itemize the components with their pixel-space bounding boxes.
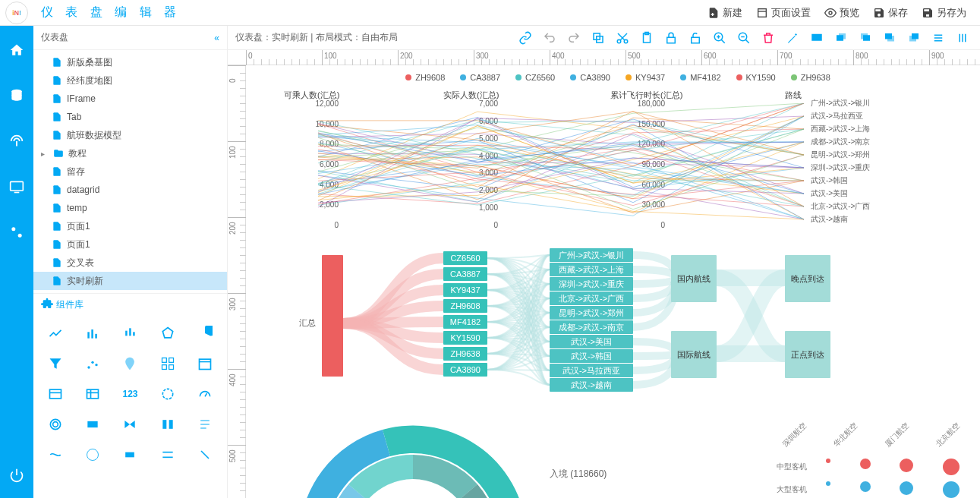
rail-home-icon[interactable] bbox=[8, 41, 26, 59]
save-button[interactable]: 保存 bbox=[873, 6, 908, 20]
tree-item[interactable]: 航班数据模型 bbox=[33, 126, 227, 144]
tb-layer3-icon[interactable] bbox=[883, 31, 896, 45]
file-icon bbox=[52, 166, 62, 177]
file-icon bbox=[52, 57, 62, 68]
comp-funnel-icon[interactable] bbox=[36, 351, 74, 377]
tree-item[interactable]: 新版桑基图 bbox=[33, 53, 227, 71]
tb-redo-icon[interactable] bbox=[567, 31, 581, 45]
eye-icon bbox=[824, 7, 837, 19]
comp-table-b-icon[interactable] bbox=[74, 381, 111, 407]
comp-x1-icon[interactable] bbox=[74, 442, 111, 468]
bubble-chart: 深圳航空华北航空厦门航空北京航空中型客机大型客机 bbox=[769, 430, 974, 498]
rail-dashboard-icon[interactable] bbox=[8, 132, 26, 150]
tree-item[interactable]: Tab bbox=[33, 108, 227, 126]
tb-align-icon[interactable] bbox=[931, 31, 945, 45]
tb-cols-icon[interactable] bbox=[956, 31, 969, 45]
tree-item[interactable]: ▸教程 bbox=[33, 144, 227, 162]
rail-screen-icon[interactable] bbox=[8, 178, 26, 196]
page-settings-button[interactable]: 页面设置 bbox=[756, 6, 811, 20]
tb-undo-icon[interactable] bbox=[543, 31, 556, 45]
comp-gauge-b-icon[interactable] bbox=[187, 381, 224, 407]
tree-item[interactable]: 页面1 bbox=[33, 217, 227, 235]
preview-button[interactable]: 预览 bbox=[824, 6, 859, 20]
tb-paste-icon[interactable] bbox=[640, 31, 654, 45]
tb-layer1-icon[interactable] bbox=[834, 31, 848, 45]
comp-pie-icon[interactable] bbox=[187, 320, 224, 346]
tb-layer4-icon[interactable] bbox=[907, 31, 921, 45]
svg-rect-13 bbox=[134, 332, 136, 336]
save-as-button[interactable]: 另存为 bbox=[922, 6, 966, 20]
comp-grid-icon[interactable] bbox=[149, 351, 186, 377]
svg-rect-11 bbox=[126, 331, 128, 336]
comp-x2-icon[interactable] bbox=[112, 442, 149, 468]
comp-link-icon[interactable] bbox=[36, 442, 74, 468]
comp-scatter-icon[interactable] bbox=[74, 351, 111, 377]
comp-split-icon[interactable] bbox=[149, 411, 186, 437]
rail-power-icon[interactable] bbox=[8, 466, 26, 484]
sankey-flight-node: ZH9638 bbox=[443, 347, 487, 361]
sankey-arrival-node: 晚点到达 bbox=[785, 255, 830, 302]
tree-item[interactable]: 页面1 bbox=[33, 235, 227, 254]
tb-screen-icon[interactable] bbox=[810, 31, 824, 45]
app-title: 仪 表 盘 编 辑 器 bbox=[41, 5, 181, 20]
tree-item[interactable]: 交叉表 bbox=[33, 254, 227, 272]
tree-item[interactable]: 实时刷新 bbox=[33, 272, 227, 290]
tree-item[interactable]: 留存 bbox=[33, 162, 227, 181]
comp-radar-icon[interactable] bbox=[149, 320, 186, 346]
legend-item[interactable]: CA3887 bbox=[460, 73, 500, 82]
tb-lock-icon[interactable] bbox=[664, 31, 678, 45]
tree-item[interactable]: temp bbox=[33, 199, 227, 217]
legend-item[interactable]: ZH9638 bbox=[791, 73, 830, 82]
svg-line-59 bbox=[745, 39, 749, 43]
app-logo: iN! bbox=[0, 0, 33, 26]
legend-item[interactable]: KY1590 bbox=[736, 73, 776, 82]
tb-cut-icon[interactable] bbox=[616, 31, 629, 45]
svg-point-15 bbox=[87, 366, 90, 368]
legend-item[interactable]: ZH9608 bbox=[405, 73, 445, 82]
new-button[interactable]: 新建 bbox=[707, 6, 742, 20]
comp-candle-icon[interactable] bbox=[112, 320, 149, 346]
comp-map-icon[interactable] bbox=[112, 351, 149, 377]
tb-copy-icon[interactable] bbox=[591, 31, 605, 45]
comp-bar-chart-icon[interactable] bbox=[74, 320, 111, 346]
comp-target-icon[interactable] bbox=[36, 411, 74, 437]
tb-layer2-icon[interactable] bbox=[859, 31, 872, 45]
comp-table-a-icon[interactable] bbox=[36, 381, 74, 407]
svg-rect-61 bbox=[811, 33, 822, 40]
comp-calendar-icon[interactable] bbox=[187, 351, 224, 377]
legend-item[interactable]: KY9437 bbox=[625, 73, 665, 82]
comp-line-chart-icon[interactable] bbox=[36, 320, 74, 346]
save-as-icon bbox=[922, 7, 934, 19]
comp-rect-icon[interactable] bbox=[74, 411, 111, 437]
tb-zoomin-icon[interactable] bbox=[713, 31, 726, 45]
dashboard-tree: 新版桑基图经纬度地图IFrameTab航班数据模型▸教程留存datagridte… bbox=[33, 50, 227, 293]
canvas-content[interactable]: ZH9608CA3887CZ6560CA3890KY9437MF4182KY15… bbox=[246, 65, 980, 498]
sankey-route-node: 昆明->武汉->郑州 bbox=[550, 306, 633, 320]
svg-point-17 bbox=[95, 364, 97, 366]
legend-item[interactable]: CZ6560 bbox=[515, 73, 555, 82]
svg-rect-67 bbox=[887, 36, 894, 42]
tree-item[interactable]: IFrame bbox=[33, 90, 227, 108]
legend-item[interactable]: MF4182 bbox=[680, 73, 720, 82]
tb-delete-icon[interactable] bbox=[761, 31, 775, 45]
comp-gauge-a-icon[interactable] bbox=[149, 381, 186, 407]
rail-data-icon[interactable] bbox=[8, 87, 26, 105]
tree-item[interactable]: datagrid bbox=[33, 181, 227, 199]
tb-link-icon[interactable] bbox=[518, 31, 532, 45]
sankey-flight-node: KY9437 bbox=[443, 283, 487, 297]
tb-unlock-icon[interactable] bbox=[689, 31, 702, 45]
comp-text-icon[interactable] bbox=[187, 411, 224, 437]
tb-zoomout-icon[interactable] bbox=[737, 31, 751, 45]
svg-rect-40 bbox=[126, 452, 135, 458]
legend-item[interactable]: CA3890 bbox=[570, 73, 610, 82]
comp-bowtie-icon[interactable] bbox=[112, 411, 149, 437]
comp-x4-icon[interactable] bbox=[187, 442, 224, 468]
comp-x3-icon[interactable] bbox=[149, 442, 186, 468]
collapse-sidebar-icon[interactable]: « bbox=[214, 33, 219, 43]
sankey-group-node: 国际航线 bbox=[671, 331, 717, 378]
tb-brush-icon[interactable] bbox=[786, 31, 799, 45]
comp-number-icon[interactable]: 123 bbox=[112, 381, 149, 407]
rail-settings-icon[interactable] bbox=[8, 223, 26, 241]
svg-rect-21 bbox=[169, 365, 174, 370]
tree-item[interactable]: 经纬度地图 bbox=[33, 71, 227, 90]
